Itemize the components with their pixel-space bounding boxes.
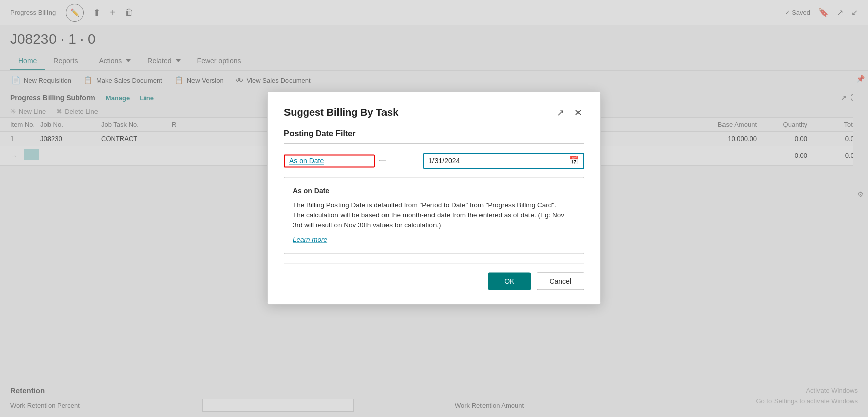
as-on-date-input[interactable]: 1/31/2024 📅 — [423, 153, 584, 169]
modal-title: Suggest Billing By Task — [284, 107, 398, 118]
tooltip-title: As on Date — [293, 186, 575, 196]
tooltip-box: As on Date The Billing Posting Date is d… — [284, 177, 584, 254]
modal-divider — [284, 263, 584, 263]
as-on-date-value: 1/31/2024 — [428, 157, 460, 165]
modal-footer: OK Cancel — [284, 272, 584, 290]
cancel-button[interactable]: Cancel — [537, 272, 584, 290]
ok-button[interactable]: OK — [488, 272, 531, 290]
modal-section-title: Posting Date Filter — [284, 129, 584, 144]
calendar-icon[interactable]: 📅 — [569, 156, 579, 165]
field-dots — [379, 160, 419, 161]
modal-field-row: As on Date 1/31/2024 📅 — [284, 153, 584, 169]
modal-header: Suggest Billing By Task ↗ ✕ — [284, 106, 584, 119]
modal-close-button[interactable]: ✕ — [572, 106, 584, 119]
suggest-billing-modal: Suggest Billing By Task ↗ ✕ Posting Date… — [267, 91, 601, 304]
learn-more-link[interactable]: Learn more — [293, 235, 575, 245]
modal-expand-button[interactable]: ↗ — [555, 106, 566, 119]
modal-header-actions: ↗ ✕ — [555, 106, 584, 119]
tooltip-text: The Billing Posting Date is defaulted fr… — [293, 200, 575, 231]
as-on-date-label[interactable]: As on Date — [284, 154, 375, 167]
